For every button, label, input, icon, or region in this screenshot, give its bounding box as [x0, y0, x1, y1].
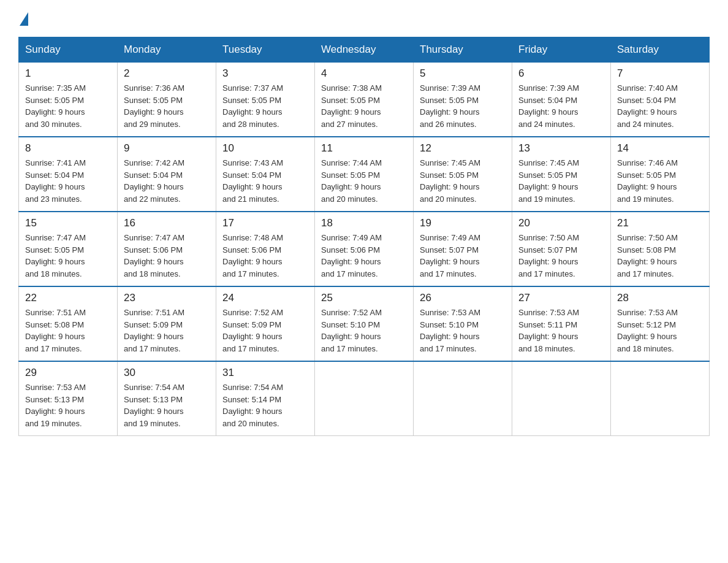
day-number: 15 [25, 217, 111, 229]
day-number: 23 [124, 292, 210, 304]
calendar-cell: 6Sunrise: 7:39 AMSunset: 5:04 PMDaylight… [512, 63, 611, 137]
calendar-cell: 24Sunrise: 7:52 AMSunset: 5:09 PMDayligh… [216, 286, 315, 361]
weekday-header-thursday: Thursday [414, 37, 512, 63]
day-info: Sunrise: 7:41 AMSunset: 5:04 PMDaylight:… [25, 157, 111, 205]
day-info: Sunrise: 7:43 AMSunset: 5:04 PMDaylight:… [222, 157, 308, 205]
day-info: Sunrise: 7:54 AMSunset: 5:13 PMDaylight:… [124, 381, 210, 429]
calendar-cell: 28Sunrise: 7:53 AMSunset: 5:12 PMDayligh… [611, 286, 710, 361]
day-info: Sunrise: 7:40 AMSunset: 5:04 PMDaylight:… [617, 82, 703, 130]
day-number: 2 [124, 67, 210, 80]
day-number: 27 [518, 292, 604, 304]
day-number: 18 [321, 217, 407, 229]
day-info: Sunrise: 7:53 AMSunset: 5:12 PMDaylight:… [617, 307, 703, 354]
calendar-cell: 17Sunrise: 7:48 AMSunset: 5:06 PMDayligh… [216, 212, 315, 286]
day-number: 30 [124, 367, 210, 379]
calendar-cell [315, 361, 414, 436]
day-info: Sunrise: 7:45 AMSunset: 5:05 PMDaylight:… [420, 157, 506, 205]
day-info: Sunrise: 7:42 AMSunset: 5:04 PMDaylight:… [124, 157, 210, 205]
calendar-cell: 25Sunrise: 7:52 AMSunset: 5:10 PMDayligh… [315, 286, 414, 361]
calendar-cell: 19Sunrise: 7:49 AMSunset: 5:07 PMDayligh… [414, 212, 512, 286]
weekday-header-row: SundayMondayTuesdayWednesdayThursdayFrid… [19, 37, 710, 63]
day-info: Sunrise: 7:49 AMSunset: 5:07 PMDaylight:… [420, 232, 506, 280]
day-info: Sunrise: 7:51 AMSunset: 5:09 PMDaylight:… [124, 307, 210, 354]
calendar-cell: 31Sunrise: 7:54 AMSunset: 5:14 PMDayligh… [216, 361, 315, 436]
day-info: Sunrise: 7:52 AMSunset: 5:09 PMDaylight:… [222, 307, 308, 354]
calendar-week-row: 15Sunrise: 7:47 AMSunset: 5:05 PMDayligh… [19, 212, 710, 286]
calendar-cell [414, 361, 512, 436]
day-number: 14 [617, 142, 703, 155]
day-info: Sunrise: 7:46 AMSunset: 5:05 PMDaylight:… [617, 157, 703, 205]
day-info: Sunrise: 7:39 AMSunset: 5:04 PMDaylight:… [518, 82, 604, 130]
weekday-header-tuesday: Tuesday [216, 37, 315, 63]
calendar-week-row: 29Sunrise: 7:53 AMSunset: 5:13 PMDayligh… [19, 361, 710, 436]
calendar-cell: 7Sunrise: 7:40 AMSunset: 5:04 PMDaylight… [611, 63, 710, 137]
calendar-cell: 13Sunrise: 7:45 AMSunset: 5:05 PMDayligh… [512, 137, 611, 212]
day-info: Sunrise: 7:37 AMSunset: 5:05 PMDaylight:… [222, 82, 308, 130]
day-number: 22 [25, 292, 111, 304]
day-info: Sunrise: 7:35 AMSunset: 5:05 PMDaylight:… [25, 82, 111, 130]
day-number: 19 [420, 217, 506, 229]
calendar-cell: 8Sunrise: 7:41 AMSunset: 5:04 PMDaylight… [19, 137, 118, 212]
weekday-header-monday: Monday [118, 37, 216, 63]
day-number: 24 [222, 292, 308, 304]
weekday-header-saturday: Saturday [611, 37, 710, 63]
day-number: 28 [617, 292, 703, 304]
day-number: 21 [617, 217, 703, 229]
day-number: 31 [222, 367, 308, 379]
day-info: Sunrise: 7:44 AMSunset: 5:05 PMDaylight:… [321, 157, 407, 205]
calendar-cell: 3Sunrise: 7:37 AMSunset: 5:05 PMDaylight… [216, 63, 315, 137]
day-info: Sunrise: 7:38 AMSunset: 5:05 PMDaylight:… [321, 82, 407, 130]
calendar-table: SundayMondayTuesdayWednesdayThursdayFrid… [18, 37, 710, 436]
calendar-cell: 1Sunrise: 7:35 AMSunset: 5:05 PMDaylight… [19, 63, 118, 137]
day-info: Sunrise: 7:53 AMSunset: 5:10 PMDaylight:… [420, 307, 506, 354]
day-number: 16 [124, 217, 210, 229]
weekday-header-friday: Friday [512, 37, 611, 63]
day-number: 10 [222, 142, 308, 155]
calendar-cell [512, 361, 611, 436]
day-info: Sunrise: 7:54 AMSunset: 5:14 PMDaylight:… [222, 381, 308, 429]
calendar-cell: 4Sunrise: 7:38 AMSunset: 5:05 PMDaylight… [315, 63, 414, 137]
calendar-cell: 20Sunrise: 7:50 AMSunset: 5:07 PMDayligh… [512, 212, 611, 286]
day-number: 26 [420, 292, 506, 304]
day-number: 17 [222, 217, 308, 229]
calendar-cell: 18Sunrise: 7:49 AMSunset: 5:06 PMDayligh… [315, 212, 414, 286]
weekday-header-sunday: Sunday [19, 37, 118, 63]
day-number: 9 [124, 142, 210, 155]
day-info: Sunrise: 7:52 AMSunset: 5:10 PMDaylight:… [321, 307, 407, 354]
calendar-cell: 12Sunrise: 7:45 AMSunset: 5:05 PMDayligh… [414, 137, 512, 212]
day-info: Sunrise: 7:47 AMSunset: 5:06 PMDaylight:… [124, 232, 210, 280]
calendar-cell: 29Sunrise: 7:53 AMSunset: 5:13 PMDayligh… [19, 361, 118, 436]
day-info: Sunrise: 7:45 AMSunset: 5:05 PMDaylight:… [518, 157, 604, 205]
calendar-cell: 27Sunrise: 7:53 AMSunset: 5:11 PMDayligh… [512, 286, 611, 361]
calendar-cell: 26Sunrise: 7:53 AMSunset: 5:10 PMDayligh… [414, 286, 512, 361]
calendar-week-row: 8Sunrise: 7:41 AMSunset: 5:04 PMDaylight… [19, 137, 710, 212]
day-number: 25 [321, 292, 407, 304]
day-info: Sunrise: 7:53 AMSunset: 5:13 PMDaylight:… [25, 381, 111, 429]
weekday-header-wednesday: Wednesday [315, 37, 414, 63]
day-number: 11 [321, 142, 407, 155]
logo [18, 12, 29, 26]
calendar-cell: 9Sunrise: 7:42 AMSunset: 5:04 PMDaylight… [118, 137, 216, 212]
day-number: 8 [25, 142, 111, 155]
day-number: 6 [518, 67, 604, 80]
day-info: Sunrise: 7:39 AMSunset: 5:05 PMDaylight:… [420, 82, 506, 130]
day-info: Sunrise: 7:50 AMSunset: 5:08 PMDaylight:… [617, 232, 703, 280]
day-number: 29 [25, 367, 111, 379]
day-number: 3 [222, 67, 308, 80]
calendar-cell: 21Sunrise: 7:50 AMSunset: 5:08 PMDayligh… [611, 212, 710, 286]
calendar-cell: 22Sunrise: 7:51 AMSunset: 5:08 PMDayligh… [19, 286, 118, 361]
day-info: Sunrise: 7:47 AMSunset: 5:05 PMDaylight:… [25, 232, 111, 280]
calendar-cell: 30Sunrise: 7:54 AMSunset: 5:13 PMDayligh… [118, 361, 216, 436]
calendar-cell [611, 361, 710, 436]
calendar-cell: 23Sunrise: 7:51 AMSunset: 5:09 PMDayligh… [118, 286, 216, 361]
day-info: Sunrise: 7:48 AMSunset: 5:06 PMDaylight:… [222, 232, 308, 280]
calendar-week-row: 22Sunrise: 7:51 AMSunset: 5:08 PMDayligh… [19, 286, 710, 361]
day-number: 12 [420, 142, 506, 155]
calendar-week-row: 1Sunrise: 7:35 AMSunset: 5:05 PMDaylight… [19, 63, 710, 137]
day-number: 20 [518, 217, 604, 229]
page-header [18, 12, 710, 26]
calendar-cell: 5Sunrise: 7:39 AMSunset: 5:05 PMDaylight… [414, 63, 512, 137]
calendar-cell: 10Sunrise: 7:43 AMSunset: 5:04 PMDayligh… [216, 137, 315, 212]
day-info: Sunrise: 7:36 AMSunset: 5:05 PMDaylight:… [124, 82, 210, 130]
calendar-cell: 15Sunrise: 7:47 AMSunset: 5:05 PMDayligh… [19, 212, 118, 286]
